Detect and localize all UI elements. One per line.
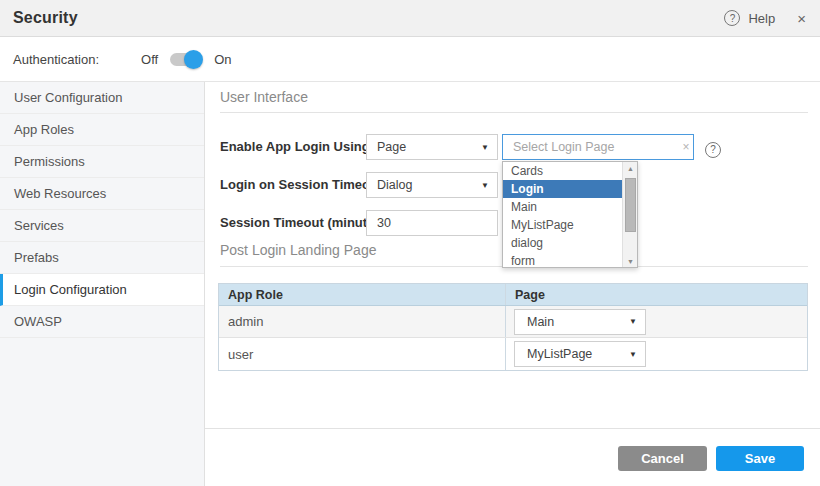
session-timeout-minutes-input[interactable]: 30 — [366, 210, 498, 236]
help-icon[interactable]: ? — [705, 142, 721, 158]
table-row: admin Main ▼ — [219, 306, 807, 338]
login-page-dropdown: Cards Login Main MyListPage dialog form … — [502, 161, 638, 268]
chevron-down-icon: ▼ — [629, 317, 637, 326]
sidebar-item-prefabs[interactable]: Prefabs — [0, 242, 204, 274]
user-page-select[interactable]: MyListPage ▼ — [514, 341, 646, 367]
section-heading-post-login: Post Login Landing Page — [220, 242, 376, 258]
column-header-app-role: App Role — [219, 284, 506, 305]
authentication-toggle[interactable] — [170, 53, 200, 66]
column-header-page: Page — [506, 284, 807, 305]
main-panel: User Interface Enable App Login Using: P… — [205, 82, 820, 486]
clear-icon[interactable]: × — [673, 134, 699, 160]
help-link[interactable]: Help — [748, 11, 775, 26]
sidebar-item-owasp[interactable]: OWASP — [0, 306, 204, 338]
login-type-select[interactable]: Page ▼ — [366, 134, 498, 160]
sidebar: User Configuration App Roles Permissions… — [0, 82, 205, 486]
sidebar-item-user-configuration[interactable]: User Configuration — [0, 82, 204, 114]
session-timeout-mode-value: Dialog — [377, 178, 481, 192]
titlebar: Security ? Help × — [0, 0, 820, 37]
app-role-cell: user — [219, 338, 506, 370]
sidebar-item-app-roles[interactable]: App Roles — [0, 114, 204, 146]
app-role-cell: admin — [219, 306, 506, 337]
user-page-value: MyListPage — [527, 347, 629, 361]
dropdown-options: Cards Login Main MyListPage dialog form — [503, 162, 622, 268]
table-header-row: App Role Page — [219, 284, 807, 306]
dropdown-option-form[interactable]: form — [503, 252, 622, 268]
enable-app-login-label: Enable App Login Using: — [220, 134, 374, 160]
save-button[interactable]: Save — [716, 446, 804, 471]
chevron-down-icon: ▼ — [629, 350, 637, 359]
authentication-label: Authentication: — [13, 52, 99, 67]
dropdown-option-login[interactable]: Login — [503, 180, 622, 198]
dropdown-scrollbar[interactable]: ▲ ▼ — [622, 162, 637, 267]
sidebar-item-services[interactable]: Services — [0, 210, 204, 242]
cancel-button[interactable]: Cancel — [618, 446, 707, 471]
field-help-icon[interactable]: ? — [705, 139, 721, 158]
toggle-knob — [184, 50, 203, 69]
post-login-table: App Role Page admin Main ▼ user MyListPa… — [218, 283, 808, 371]
chevron-down-icon: ▼ — [481, 181, 489, 190]
session-timeout-mode-label: Login on Session Timeout: — [220, 172, 387, 198]
toggle-off-label: Off — [141, 52, 158, 67]
admin-page-select[interactable]: Main ▼ — [514, 309, 646, 335]
footer-divider — [205, 428, 820, 429]
dropdown-option-main[interactable]: Main — [503, 198, 622, 216]
page-cell: Main ▼ — [506, 306, 807, 337]
section-heading-user-interface: User Interface — [220, 89, 308, 105]
sidebar-item-web-resources[interactable]: Web Resources — [0, 178, 204, 210]
dropdown-option-dialog[interactable]: dialog — [503, 234, 622, 252]
chevron-down-icon: ▼ — [481, 143, 489, 152]
dropdown-option-cards[interactable]: Cards — [503, 162, 622, 180]
select-login-page-input[interactable] — [502, 134, 694, 160]
login-type-value: Page — [377, 140, 481, 154]
sidebar-item-login-configuration[interactable]: Login Configuration — [0, 274, 204, 306]
scroll-down-icon[interactable]: ▼ — [623, 255, 638, 267]
titlebar-actions: ? Help × — [724, 10, 806, 26]
security-dialog: Security ? Help × Authentication: Off On… — [0, 0, 820, 486]
page-cell: MyListPage ▼ — [506, 338, 807, 370]
sidebar-item-permissions[interactable]: Permissions — [0, 146, 204, 178]
scroll-up-icon[interactable]: ▲ — [623, 162, 638, 174]
authentication-row: Authentication: Off On — [0, 37, 820, 82]
divider — [220, 112, 808, 113]
table-row: user MyListPage ▼ — [219, 338, 807, 370]
toggle-on-label: On — [214, 52, 231, 67]
scrollbar-thumb[interactable] — [625, 178, 636, 232]
close-icon[interactable]: × — [797, 11, 806, 26]
dropdown-option-mylistpage[interactable]: MyListPage — [503, 216, 622, 234]
help-icon[interactable]: ? — [724, 10, 740, 26]
session-timeout-mode-select[interactable]: Dialog ▼ — [366, 172, 498, 198]
page-title: Security — [13, 9, 78, 27]
admin-page-value: Main — [527, 315, 629, 329]
session-timeout-minutes-label: Session Timeout (minutes): — [220, 210, 390, 236]
